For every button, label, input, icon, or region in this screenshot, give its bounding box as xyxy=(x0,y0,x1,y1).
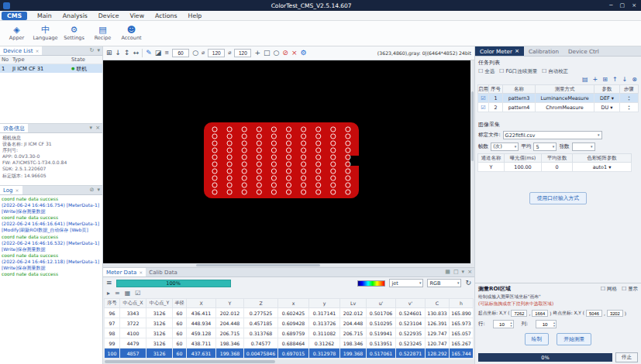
pen-size-input[interactable] xyxy=(172,49,189,57)
close-tab-icon[interactable]: × xyxy=(16,188,19,193)
cms-app-button[interactable]: CMS xyxy=(2,12,27,20)
tab-device-ctrl[interactable]: Device Ctrl xyxy=(563,46,604,56)
menu-actions[interactable]: Actions xyxy=(155,12,177,19)
table-row[interactable]: 994479312660438.711198.3460.745770.68846… xyxy=(105,338,474,349)
rows-input[interactable] xyxy=(494,321,511,328)
start-x-input[interactable] xyxy=(511,310,527,317)
menu-main[interactable]: Main xyxy=(37,12,52,19)
grid-icon[interactable]: ▦ xyxy=(445,270,450,275)
maximize-icon[interactable]: ▢ xyxy=(620,3,625,9)
close-icon[interactable]: × xyxy=(632,3,636,9)
menu-analysis[interactable]: Analysis xyxy=(63,12,88,19)
exposure-row[interactable]: Y 100.00 0 auto1 ▾ xyxy=(478,163,632,172)
close-tab-icon[interactable]: × xyxy=(515,48,519,53)
select-all-checkbox[interactable]: ☐ 全选 xyxy=(478,68,495,75)
ribbon-apper-button[interactable]: ◈ Apper xyxy=(2,26,31,41)
roi-height-input[interactable] xyxy=(234,49,251,57)
circle-roi-icon[interactable]: ○ xyxy=(273,50,279,57)
table-horizontal-scrollbar[interactable] xyxy=(103,359,474,364)
tab-color-meter[interactable]: Color Meter × xyxy=(475,46,524,56)
fit-view-icon[interactable]: ⊞ xyxy=(106,50,112,57)
ribbon-account-button[interactable]: ☻ Account xyxy=(117,26,146,41)
move-up-icon[interactable]: ↑ xyxy=(612,77,618,83)
rows-stepper[interactable]: ▴▾ xyxy=(493,320,514,328)
task-row[interactable]: ☑ 1 pattern3 LuminanceMeasure DEF ▾ ▴▾ xyxy=(478,94,639,103)
refresh-icon[interactable]: ↻ xyxy=(90,48,95,53)
chevron-down-icon[interactable]: ▾ xyxy=(97,187,100,193)
aperture-input-mode-button[interactable]: 使用口径输入方式 xyxy=(529,192,587,204)
list-icon[interactable]: ≡ xyxy=(115,290,120,297)
device-row[interactable]: 1 JI ICM CF 31 ● 联机 xyxy=(0,64,102,73)
grid-checkbox[interactable]: ☐ 网格 xyxy=(601,286,617,293)
play-icon[interactable]: ▸ xyxy=(107,290,110,297)
ribbon-settings-button[interactable]: ⚙ Settings xyxy=(60,26,88,41)
param-select[interactable]: DEF ▾ xyxy=(594,94,620,103)
delete-roi-icon[interactable]: × xyxy=(291,50,298,57)
circle-tool-icon[interactable]: ○ xyxy=(192,50,198,57)
save-icon[interactable]: ▤ xyxy=(582,77,588,83)
move-down-icon[interactable]: ↓ xyxy=(622,77,628,83)
pen-icon[interactable]: ✎ xyxy=(146,50,152,57)
checked-checkbox-icon[interactable]: ☑ xyxy=(481,96,485,101)
chevron-down-icon[interactable]: ▾ xyxy=(462,270,465,275)
refresh-icon[interactable]: ↻ xyxy=(465,280,471,287)
minimize-icon[interactable]: ─ xyxy=(609,3,612,9)
roi-width-input[interactable] xyxy=(208,49,225,57)
colorspace-select[interactable]: RGB ▾ xyxy=(427,279,461,287)
start-measure-button[interactable]: 开始测量 xyxy=(557,333,591,345)
step-spinner[interactable]: ▴▾ xyxy=(620,94,639,103)
continuous-measure-checkbox[interactable]: ☐ FG口连续测量 xyxy=(499,68,537,75)
task-row[interactable]: ☑ 2 pattern4 ChromMeasure DU ▾ ▴▾ xyxy=(478,103,639,112)
count-select[interactable]: ▾ xyxy=(572,143,595,151)
end-x-input[interactable] xyxy=(586,310,602,317)
table-row[interactable]: 1004857312660437.631199.3680.004758460.6… xyxy=(105,349,474,359)
matrix-select[interactable]: auto1 ▾ xyxy=(573,163,632,172)
calib-file-select[interactable]: G22fitfil.csv ▾ xyxy=(503,131,602,139)
close-tab-icon[interactable]: × xyxy=(35,49,39,53)
tab-log[interactable]: Log × xyxy=(0,186,22,194)
eraser-icon[interactable]: ◪ xyxy=(155,50,162,57)
menu-view[interactable]: View xyxy=(130,12,145,19)
show-checkbox[interactable]: ☐ 显示 xyxy=(622,286,638,293)
viewer-settings-icon[interactable]: ⚙ xyxy=(300,50,306,57)
flip-horizontal-icon[interactable]: ↔ xyxy=(133,50,140,57)
frame-select[interactable]: (次) ▾ xyxy=(491,143,519,151)
ribbon-recipe-button[interactable]: ▤ Recipe xyxy=(88,26,117,41)
close-tab-icon[interactable]: × xyxy=(139,270,143,275)
tab-calib-data[interactable]: Calib Data xyxy=(146,268,180,276)
tab-device-info[interactable]: 设备信息 xyxy=(0,124,28,132)
checked-checkbox-icon[interactable]: ☑ xyxy=(481,105,485,111)
draw-roi-button[interactable]: 绘制 xyxy=(525,333,550,345)
cols-stepper[interactable]: ▴▾ xyxy=(536,320,557,328)
rect-roi-icon[interactable]: □ xyxy=(264,50,271,57)
list-icon[interactable]: ≡ xyxy=(106,280,112,287)
chevron-down-icon[interactable]: ▾ xyxy=(97,48,100,53)
flip-vertical-icon[interactable]: ↕ xyxy=(124,50,130,57)
insert-icon[interactable]: ⊞ xyxy=(602,77,608,83)
add-roi-icon[interactable]: + xyxy=(254,50,260,57)
tab-meter-data[interactable]: Meter Data × xyxy=(103,268,146,276)
menu-help[interactable]: Help xyxy=(188,12,202,19)
param-select[interactable]: DU ▾ xyxy=(594,103,620,112)
tab-device-list[interactable]: Device List × xyxy=(0,46,42,55)
table-row[interactable]: 984100312660459.128206.7150.3137680.6897… xyxy=(105,328,474,338)
save-image-icon[interactable]: ↓ xyxy=(115,50,122,57)
add-icon[interactable]: + xyxy=(592,77,598,83)
close-panel-icon[interactable]: × xyxy=(467,270,472,275)
grid-icon[interactable]: ▦ xyxy=(125,290,131,297)
checked-checkbox-icon[interactable]: ☑ xyxy=(135,290,140,297)
average-select[interactable]: 5 ▾ xyxy=(533,143,557,151)
step-spinner[interactable]: ▴▾ xyxy=(620,103,639,112)
menu-device[interactable]: Device xyxy=(98,12,119,19)
trash-icon[interactable]: ⊗ xyxy=(632,77,637,83)
table-row[interactable]: 973722312660448.934204.4480.4571850.6094… xyxy=(105,318,474,328)
end-y-input[interactable] xyxy=(607,310,623,317)
clear-log-icon[interactable]: ⊘ xyxy=(90,187,95,193)
start-y-input[interactable] xyxy=(532,310,548,317)
close-panel-icon[interactable]: × xyxy=(95,125,100,131)
table-row[interactable]: 963343312660436.411202.0120.2775250.6024… xyxy=(105,308,474,318)
stop-button[interactable]: 停止 xyxy=(615,352,638,362)
image-viewer-canvas[interactable] xyxy=(103,60,474,267)
cols-input[interactable] xyxy=(536,321,553,328)
colormap-select[interactable]: jet ▾ xyxy=(389,279,423,287)
